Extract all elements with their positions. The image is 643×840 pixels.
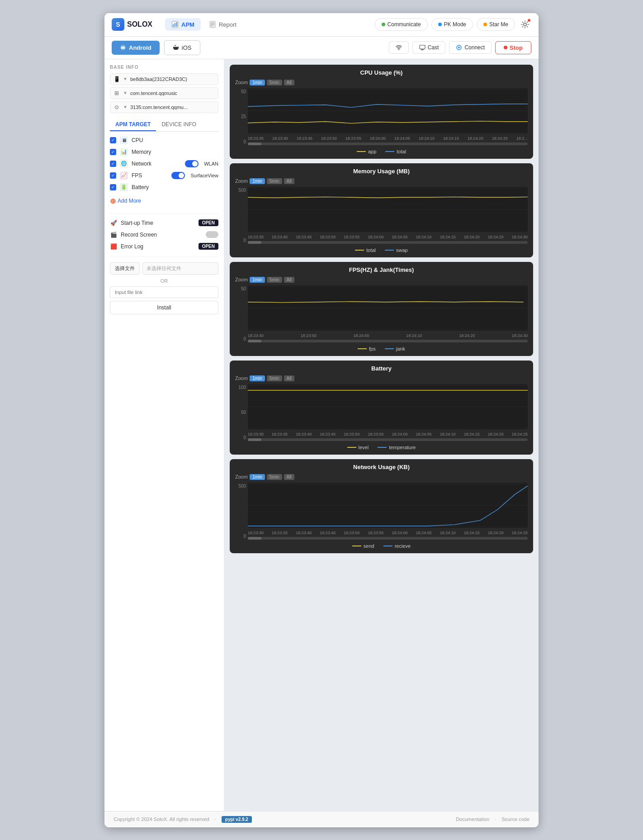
install-button[interactable]: Install bbox=[110, 301, 218, 314]
ios-button[interactable]: iOS bbox=[164, 40, 200, 55]
battery-scrollbar[interactable] bbox=[248, 438, 528, 441]
memory-zoom-all[interactable]: All bbox=[284, 178, 294, 184]
report-icon bbox=[209, 21, 216, 28]
memory-checkbox[interactable]: ✓ bbox=[110, 149, 116, 155]
pk-mode-button[interactable]: PK Mode bbox=[431, 18, 473, 31]
cpu-legend-app: app bbox=[357, 149, 376, 154]
memory-zoom-5min[interactable]: 5min bbox=[267, 178, 282, 184]
cpu-scrollbar[interactable] bbox=[248, 142, 528, 145]
fps-zoom-all[interactable]: All bbox=[284, 277, 294, 283]
cpu-zoom-1min[interactable]: 1min bbox=[250, 80, 265, 85]
svg-rect-3 bbox=[176, 22, 177, 27]
fps-checkbox[interactable]: ✓ bbox=[110, 172, 116, 179]
network-checkbox[interactable]: ✓ bbox=[110, 161, 116, 167]
copyright-text: Copyright © 2024 SoloX. All rights reser… bbox=[113, 816, 209, 822]
battery-zoom-5min[interactable]: 5min bbox=[267, 375, 282, 381]
startup-time-row: 🚀 Start-up Time OPEN bbox=[110, 219, 218, 227]
network-zoom-5min[interactable]: 5min bbox=[267, 474, 282, 480]
wifi-icon bbox=[396, 44, 402, 51]
wifi-icon-btn[interactable] bbox=[389, 41, 409, 54]
pid-value: 3135:com.tencent.qqmu... bbox=[130, 104, 188, 110]
app-icon: ⊞ bbox=[113, 90, 120, 97]
battery-zoom-1min[interactable]: 1min bbox=[250, 375, 265, 381]
fps-legend-jank: jank bbox=[385, 346, 405, 351]
connect-button[interactable]: Connect bbox=[449, 41, 492, 54]
device-row[interactable]: 📱 ▼ be8db3aa(2312CRAD3C) bbox=[110, 73, 218, 85]
svg-rect-2 bbox=[175, 23, 175, 27]
tab-report[interactable]: Report bbox=[203, 18, 243, 31]
connect-icon bbox=[456, 44, 462, 51]
add-more-button[interactable]: ⊕ Add More bbox=[110, 195, 218, 207]
app-row[interactable]: ⊞ ▼ com.tencent.qqmusic bbox=[110, 87, 218, 99]
tab-apm-target[interactable]: APM TARGET bbox=[110, 119, 156, 131]
pid-row[interactable]: ⊙ ▼ 3135:com.tencent.qqmu... bbox=[110, 101, 218, 113]
communicate-button[interactable]: Communicate bbox=[375, 18, 428, 31]
toolbar: Android iOS Cast Connect Stop bbox=[104, 37, 539, 59]
network-zoom-1min[interactable]: 1min bbox=[250, 474, 265, 480]
fps-chart-card: FPS(HZ) & Jank(Times) Zoom 1min 5min All… bbox=[230, 262, 533, 356]
fps-zoom-5min[interactable]: 5min bbox=[267, 277, 282, 283]
battery-icon: 🔋 bbox=[120, 183, 128, 191]
android-button[interactable]: Android bbox=[112, 41, 160, 55]
star-label: Star Me bbox=[489, 21, 508, 28]
memory-scrollbar[interactable] bbox=[248, 241, 528, 244]
battery-y-axis: 100 50 0 bbox=[235, 384, 248, 441]
memory-chart-title: Memory Usage (MB) bbox=[235, 168, 528, 175]
select-file-button[interactable]: 选择文件 bbox=[110, 262, 140, 275]
star-me-button[interactable]: Star Me bbox=[477, 18, 515, 31]
header: S SOLOX APM Report Communicate PK Mode bbox=[104, 13, 539, 37]
pk-label: PK Mode bbox=[444, 21, 466, 28]
cpu-checkbox[interactable]: ✓ bbox=[110, 137, 116, 143]
svg-rect-11 bbox=[420, 45, 425, 49]
cpu-chart-card: CPU Usage (%) Zoom 1min 5min All 50 25 0 bbox=[230, 65, 533, 159]
cpu-zoom-all[interactable]: All bbox=[284, 80, 294, 85]
network-scrollbar[interactable] bbox=[248, 537, 528, 540]
fps-zoom-1min[interactable]: 1min bbox=[250, 277, 265, 283]
metric-cpu: ✓ 🖥 CPU bbox=[110, 136, 218, 144]
cpu-zoom-5min[interactable]: 5min bbox=[267, 80, 282, 85]
record-screen-row: 🎬 Record Screen bbox=[110, 231, 218, 238]
battery-checkbox[interactable]: ✓ bbox=[110, 184, 116, 190]
cpu-chart-svg bbox=[248, 88, 528, 133]
wlan-toggle[interactable] bbox=[185, 160, 199, 167]
apm-icon bbox=[171, 21, 179, 28]
record-toggle[interactable] bbox=[206, 231, 218, 238]
errorlog-open-btn[interactable]: OPEN bbox=[199, 243, 218, 250]
memory-label: Memory bbox=[132, 149, 151, 155]
cast-button[interactable]: Cast bbox=[412, 41, 446, 54]
memory-x-axis: 18:23:35 18:23:40 18:23:45 18:23:50 18:2… bbox=[248, 235, 528, 239]
pid-icon: ⊙ bbox=[113, 104, 120, 111]
network-chart-svg bbox=[248, 483, 528, 528]
battery-legend-level: level bbox=[347, 445, 369, 450]
wlan-label: WLAN bbox=[204, 161, 218, 166]
battery-x-axis: 18:23:30 18:23:35 18:23:40 18:23:45 18:2… bbox=[248, 432, 528, 437]
tools-section: 🚀 Start-up Time OPEN 🎬 Record Screen 🟥 E… bbox=[110, 214, 218, 250]
memory-chart-wrapper: 500 0 18:23:35 18:23:40 bbox=[235, 187, 528, 244]
settings-icon[interactable] bbox=[519, 18, 531, 31]
network-chart-main: 18:23:30 18:23:35 18:23:40 18:23:45 18:2… bbox=[248, 483, 528, 540]
tab-apm[interactable]: APM bbox=[165, 18, 201, 31]
connect-label: Connect bbox=[464, 44, 485, 51]
error-log-row: 🟥 Error Log OPEN bbox=[110, 243, 218, 250]
network-zoom-all[interactable]: All bbox=[284, 474, 294, 480]
fps-scrollbar[interactable] bbox=[248, 340, 528, 342]
stop-button[interactable]: Stop bbox=[495, 41, 531, 54]
source-code-link[interactable]: Source code bbox=[501, 816, 530, 822]
fps-icon: 📈 bbox=[120, 171, 128, 180]
network-zoom-bar: Zoom 1min 5min All bbox=[235, 474, 528, 480]
logo-icon: S bbox=[112, 18, 124, 31]
startup-icon: 🚀 bbox=[110, 219, 117, 227]
header-right: Communicate PK Mode Star Me bbox=[375, 18, 531, 31]
communicate-label: Communicate bbox=[388, 21, 421, 28]
battery-zoom-all[interactable]: All bbox=[284, 375, 294, 381]
sidebar-tabs: APM TARGET DEVICE INFO bbox=[110, 119, 218, 132]
metrics-list: ✓ 🖥 CPU ✓ 📊 Memory ✓ 🌐 Network WLAN bbox=[110, 136, 218, 207]
file-link-input[interactable] bbox=[110, 286, 218, 298]
cpu-legend-total: total bbox=[385, 149, 406, 154]
cpu-legend: app total bbox=[235, 149, 528, 154]
startup-open-btn[interactable]: OPEN bbox=[199, 219, 218, 226]
memory-zoom-1min[interactable]: 1min bbox=[250, 178, 265, 184]
documentation-link[interactable]: Documentation bbox=[456, 816, 489, 822]
surfaceview-toggle[interactable] bbox=[171, 172, 185, 179]
tab-device-info[interactable]: DEVICE INFO bbox=[156, 119, 202, 131]
